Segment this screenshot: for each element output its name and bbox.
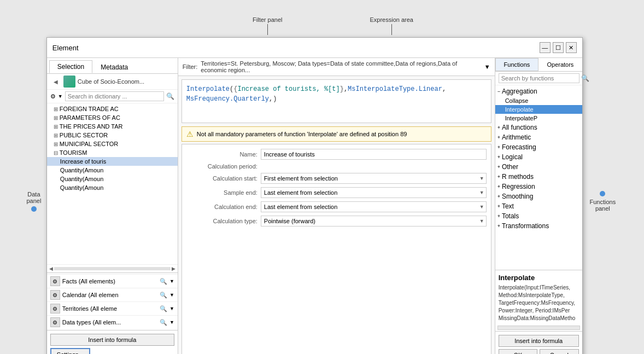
r-methods-label: R methods bbox=[502, 173, 534, 181]
all-functions-expand-icon: + bbox=[497, 125, 500, 130]
tree-item-municipal-sector[interactable]: ⊞ MUNICIPAL SECTOR bbox=[47, 140, 178, 148]
horizontal-scrollbar[interactable] bbox=[54, 267, 171, 270]
func-desc-text: Interpolate(Input:ITimeSeries, Method:Ms… bbox=[499, 284, 579, 322]
datatypes-filter-label: Data types (All elem... bbox=[62, 319, 157, 326]
sample-end-select[interactable]: Last element from selectionFirst element… bbox=[261, 187, 487, 198]
settings-button[interactable]: Settings... bbox=[50, 348, 90, 354]
expr-param2: MsInterpolateType.Linear bbox=[348, 85, 442, 93]
middle-panel: Filter: Territories=St. Petersburg, Mosc… bbox=[178, 58, 495, 354]
filter-territories: ⚙ Territories (All eleme 🔍 ▼ bbox=[47, 301, 178, 315]
func-group-transformations[interactable]: + Transformations bbox=[495, 221, 582, 231]
datatypes-gear-btn[interactable]: ⚙ bbox=[50, 317, 60, 327]
calendar-search-icon[interactable]: 🔍 bbox=[160, 292, 167, 299]
tree-item-quantity-2[interactable]: Quantity(Amoun bbox=[47, 175, 178, 183]
tree-item-public-sector[interactable]: ⊞ PUBLIC SECTOR bbox=[47, 131, 178, 140]
territories-search-icon[interactable]: 🔍 bbox=[160, 305, 167, 312]
expression-area[interactable]: Interpolate({Increase of tourists, %[t]}… bbox=[182, 79, 491, 123]
panel-nav: ◀ Cube of Socio-Econom... bbox=[47, 74, 178, 90]
functions-panel-dot bbox=[600, 191, 605, 196]
right-panel: Functions Operators 🔍 − Aggregation bbox=[495, 58, 582, 354]
tree-item-tourism[interactable]: ⊟ TOURISM bbox=[47, 148, 178, 157]
func-group-all-functions[interactable]: + All functions bbox=[495, 123, 582, 132]
calc-end-select[interactable]: Last element from selectionFirst element… bbox=[261, 201, 487, 212]
func-group-aggregation[interactable]: − Aggregation bbox=[495, 86, 582, 96]
insert-formula-button-left[interactable]: Insert into formula bbox=[50, 334, 174, 346]
tab-functions[interactable]: Functions bbox=[495, 58, 539, 71]
calc-end-select-wrap: Last element from selectionFirst element… bbox=[261, 201, 487, 212]
facts-gear-btn[interactable]: ⚙ bbox=[50, 276, 60, 286]
warning-icon: ⚠ bbox=[186, 130, 194, 138]
expr-end: ,) bbox=[269, 95, 277, 103]
nav-back-button[interactable]: ◀ bbox=[50, 76, 61, 87]
functions-search-input[interactable] bbox=[499, 73, 579, 83]
filter-dropdown-icon[interactable]: ▼ bbox=[484, 63, 490, 70]
scroll-right-icon[interactable]: ▶ bbox=[172, 266, 175, 271]
tab-metadata[interactable]: Metadata bbox=[92, 60, 136, 73]
logical-label: Logical bbox=[502, 153, 523, 161]
territories-gear-btn[interactable]: ⚙ bbox=[50, 304, 60, 314]
tree-item-increase-tourists[interactable]: Increase of touris bbox=[47, 157, 178, 166]
func-desc: Interpolate Interpolate(Input:ITimeSerie… bbox=[495, 270, 582, 326]
search-input[interactable] bbox=[65, 91, 164, 101]
tree-item-quantity-3[interactable]: Quantity(Amoun bbox=[47, 183, 178, 192]
other-expand-icon: + bbox=[497, 164, 500, 170]
forecasting-label: Forecasting bbox=[502, 143, 536, 151]
func-item-interpolate[interactable]: Interpolate bbox=[495, 105, 582, 114]
other-label: Other bbox=[502, 163, 518, 171]
calc-end-label: Calculation end: bbox=[186, 204, 257, 210]
func-group-other[interactable]: + Other bbox=[495, 162, 582, 172]
calc-type-select[interactable]: Pointwise (forward)CumulativeCustom bbox=[261, 216, 487, 227]
name-input[interactable] bbox=[261, 149, 487, 160]
smoothing-label: Smoothing bbox=[502, 193, 533, 200]
tab-operators[interactable]: Operators bbox=[538, 58, 582, 71]
expr-comma2: , bbox=[442, 85, 446, 93]
tree-item-quantity-1[interactable]: Quantity(Amoun bbox=[47, 166, 178, 175]
func-group-smoothing[interactable]: + Smoothing bbox=[495, 191, 582, 201]
functions-search: 🔍 bbox=[495, 72, 582, 85]
calc-end-row: Calculation end: Last element from selec… bbox=[186, 201, 487, 212]
territories-expand-icon[interactable]: ▼ bbox=[169, 306, 174, 311]
func-item-collapse[interactable]: Collapse bbox=[495, 96, 582, 105]
func-group-logical[interactable]: + Logical bbox=[495, 152, 582, 162]
calendar-expand-icon[interactable]: ▼ bbox=[169, 292, 174, 298]
func-item-interpolatep[interactable]: InterpolateP bbox=[495, 114, 582, 123]
calc-start-select[interactable]: First element from selectionLast element… bbox=[261, 173, 487, 184]
func-group-text[interactable]: + Text bbox=[495, 201, 582, 211]
tree-item-parameters-ac[interactable]: ⊞ PARAMETERS OF AC bbox=[47, 113, 178, 122]
tab-selection[interactable]: Selection bbox=[49, 60, 92, 73]
close-button[interactable]: ✕ bbox=[566, 42, 577, 53]
functions-panel-label: Functions panel bbox=[589, 199, 616, 212]
facts-filter-label: Facts (All elements) bbox=[62, 278, 157, 285]
tree-item-label: FOREIGN TRADE AC bbox=[60, 106, 119, 112]
calendar-gear-btn[interactable]: ⚙ bbox=[50, 290, 60, 300]
dialog-body: Selection Metadata ◀ Cube of Socio-Econo… bbox=[47, 58, 582, 354]
func-group-regression[interactable]: + Regression bbox=[495, 182, 582, 191]
datatypes-search-icon[interactable]: 🔍 bbox=[160, 319, 167, 326]
calc-type-select-wrap: Pointwise (forward)CumulativeCustom ▼ bbox=[261, 216, 487, 227]
tree-item-foreign-trade[interactable]: ⊞ FOREIGN TRADE AC bbox=[47, 105, 178, 113]
name-label: Name: bbox=[186, 151, 257, 158]
datatypes-expand-icon[interactable]: ▼ bbox=[169, 320, 174, 325]
gear-icon-small[interactable]: ⚙ bbox=[50, 93, 56, 100]
regression-expand-icon: + bbox=[497, 184, 500, 189]
ok-button[interactable]: OK bbox=[499, 349, 538, 354]
facts-expand-icon[interactable]: ▼ bbox=[169, 278, 174, 284]
triangle-icon[interactable]: ▼ bbox=[58, 94, 63, 99]
func-desc-scrollbar-h[interactable] bbox=[497, 326, 580, 330]
tree-item-prices-tar[interactable]: ⊞ THE PRICES AND TAR bbox=[47, 122, 178, 131]
facts-search-icon[interactable]: 🔍 bbox=[160, 278, 167, 285]
cube-label: Cube of Socio-Econom... bbox=[78, 78, 174, 85]
cancel-button[interactable]: Cancel bbox=[540, 349, 579, 354]
func-group-r-methods[interactable]: + R methods bbox=[495, 172, 582, 182]
filter-bar-value: Territories=St. Petersburg, Moscow; Data… bbox=[201, 60, 481, 73]
insert-formula-button-right[interactable]: Insert into formula bbox=[499, 335, 579, 347]
func-group-arithmetic[interactable]: + Arithmetic bbox=[495, 132, 582, 142]
cube-icon bbox=[63, 76, 75, 88]
minimize-button[interactable]: — bbox=[540, 42, 551, 53]
maximize-button[interactable]: ☐ bbox=[553, 42, 564, 53]
func-group-forecasting[interactable]: + Forecasting bbox=[495, 142, 582, 152]
filter-calendar: ⚙ Calendar (All elemen 🔍 ▼ bbox=[47, 288, 178, 301]
func-group-totals[interactable]: + Totals bbox=[495, 211, 582, 221]
scroll-left-icon[interactable]: ◀ bbox=[49, 266, 53, 271]
filter-bar: Filter: Territories=St. Petersburg, Mosc… bbox=[178, 58, 495, 76]
